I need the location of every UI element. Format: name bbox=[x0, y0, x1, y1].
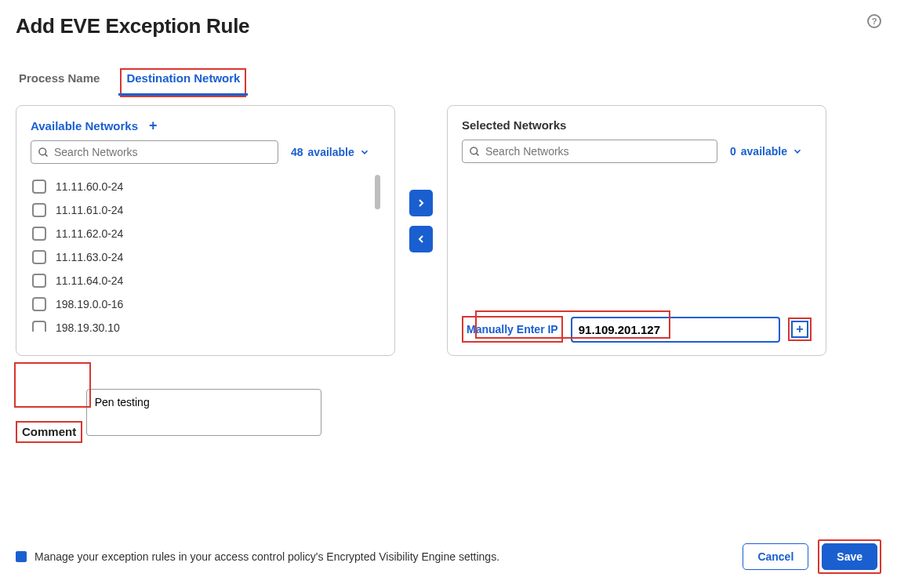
page-title: Add EVE Exception Rule bbox=[16, 14, 249, 38]
footer-note-text: Manage your exception rules in your acce… bbox=[34, 550, 499, 563]
list-item[interactable]: 198.19.30.10 bbox=[31, 316, 374, 332]
manual-ip-label-highlight: Manually Enter IP bbox=[462, 316, 563, 343]
move-left-button[interactable] bbox=[409, 226, 433, 252]
move-right-button[interactable] bbox=[409, 190, 433, 216]
item-label: 11.11.63.0-24 bbox=[56, 251, 123, 263]
tabs: Process Name Destination Network bbox=[16, 71, 881, 94]
item-label: 198.19.0.0-16 bbox=[56, 298, 123, 310]
cancel-button[interactable]: Cancel bbox=[743, 543, 808, 570]
available-networks-title: Available Networks bbox=[31, 119, 138, 132]
checkbox[interactable] bbox=[32, 180, 46, 194]
svg-line-3 bbox=[476, 153, 478, 155]
checkbox[interactable] bbox=[32, 274, 46, 288]
svg-point-0 bbox=[39, 147, 46, 154]
checkbox[interactable] bbox=[32, 297, 46, 311]
selected-search[interactable] bbox=[462, 140, 717, 163]
transfer-buttons bbox=[409, 105, 433, 252]
search-icon bbox=[469, 146, 481, 158]
selected-search-input[interactable] bbox=[485, 145, 710, 158]
add-ip-highlight: + bbox=[788, 318, 812, 341]
comment-highlight bbox=[14, 362, 91, 408]
item-label: 11.11.64.0-24 bbox=[56, 274, 123, 287]
comment-label-highlight: Comment bbox=[16, 421, 82, 443]
list-item[interactable]: 198.19.0.0-16 bbox=[31, 292, 374, 316]
help-icon[interactable]: ? bbox=[867, 14, 881, 28]
list-item[interactable]: 11.11.61.0-24 bbox=[31, 198, 374, 222]
manual-ip-label: Manually Enter IP bbox=[467, 323, 558, 336]
tab-destination-network[interactable]: Destination Network bbox=[120, 68, 246, 97]
comment-input[interactable] bbox=[86, 389, 321, 436]
svg-point-2 bbox=[470, 147, 478, 154]
available-count-label: available bbox=[308, 146, 354, 158]
item-label: 11.11.60.0-24 bbox=[56, 180, 123, 193]
list-item[interactable]: 11.11.60.0-24 bbox=[31, 175, 374, 198]
add-network-icon[interactable]: + bbox=[149, 118, 158, 132]
checkbox[interactable] bbox=[32, 203, 46, 217]
checkbox[interactable] bbox=[32, 227, 46, 241]
list-item[interactable]: 11.11.63.0-24 bbox=[31, 245, 374, 269]
search-icon bbox=[38, 147, 49, 158]
available-count: 48 bbox=[291, 146, 303, 158]
item-label: 198.19.30.10 bbox=[56, 321, 120, 332]
selected-networks-title: Selected Networks bbox=[462, 118, 812, 132]
chevron-left-icon bbox=[415, 233, 427, 245]
manual-ip-input[interactable] bbox=[571, 317, 780, 343]
list-item[interactable]: 11.11.62.0-24 bbox=[31, 222, 374, 245]
checkbox[interactable] bbox=[32, 321, 46, 332]
selected-networks-panel: Selected Networks 0 available Manually E… bbox=[447, 105, 826, 356]
comment-label: Comment bbox=[22, 425, 76, 438]
selected-count: 0 bbox=[730, 145, 736, 158]
tab-label: Destination Network bbox=[126, 71, 240, 85]
available-list: 11.11.60.0-24 11.11.61.0-24 11.11.62.0-2… bbox=[31, 175, 380, 332]
add-ip-button[interactable]: + bbox=[791, 321, 808, 338]
checkbox[interactable] bbox=[32, 250, 46, 264]
tab-underline bbox=[118, 93, 248, 96]
svg-line-1 bbox=[45, 154, 47, 156]
tab-process-name[interactable]: Process Name bbox=[19, 71, 100, 94]
available-networks-panel: Available Networks + 48 available 11.11.… bbox=[16, 105, 395, 356]
available-search[interactable] bbox=[31, 140, 278, 164]
save-button[interactable]: Save bbox=[822, 543, 877, 570]
info-icon bbox=[16, 551, 27, 562]
chevron-down-icon bbox=[792, 146, 803, 157]
footer-note: Manage your exception rules in your acce… bbox=[16, 550, 499, 563]
selected-count-label: available bbox=[741, 145, 787, 158]
item-label: 11.11.61.0-24 bbox=[56, 204, 123, 216]
available-count-toggle[interactable]: 48 available bbox=[291, 146, 370, 158]
item-label: 11.11.62.0-24 bbox=[56, 227, 123, 240]
chevron-down-icon bbox=[359, 147, 370, 158]
list-item[interactable]: 11.11.64.0-24 bbox=[31, 269, 374, 292]
save-highlight: Save bbox=[818, 539, 881, 574]
selected-count-toggle[interactable]: 0 available bbox=[730, 145, 803, 158]
available-search-input[interactable] bbox=[54, 146, 271, 158]
tab-label: Process Name bbox=[19, 71, 100, 85]
scrollbar[interactable] bbox=[375, 175, 380, 209]
chevron-right-icon bbox=[415, 197, 427, 209]
